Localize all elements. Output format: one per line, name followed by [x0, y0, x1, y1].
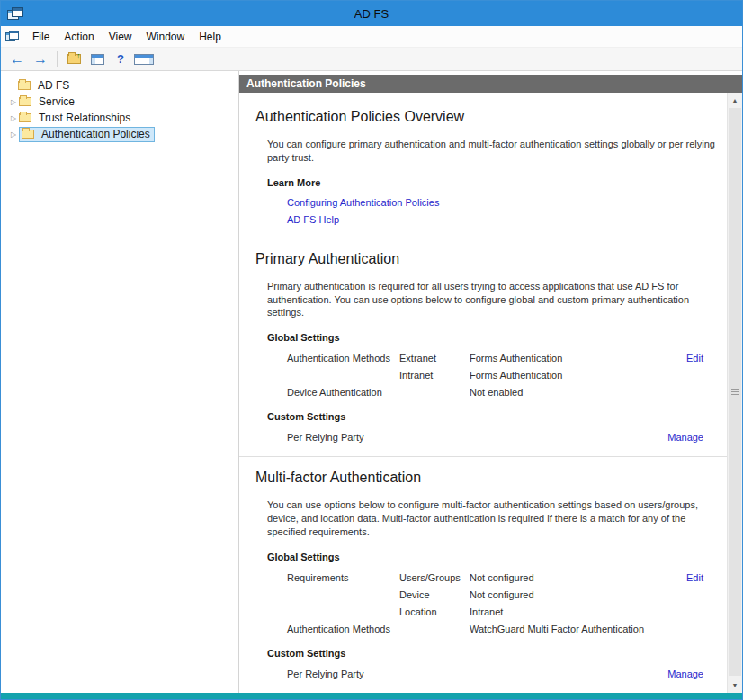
row-value: Forms Authentication [470, 369, 686, 381]
show-action-pane-button[interactable] [133, 49, 155, 69]
mfa-description: You can use options below to configure m… [267, 498, 720, 539]
expander-icon[interactable]: ▷ [8, 114, 19, 122]
folder-up-icon [67, 54, 81, 64]
primary-authentication-title: Primary Authentication [255, 251, 720, 267]
overview-description: You can configure primary authentication… [267, 138, 720, 165]
action-pane-icon [134, 54, 154, 65]
show-console-tree-button[interactable] [86, 49, 108, 69]
menu-window[interactable]: Window [139, 28, 192, 46]
section-divider [239, 456, 727, 457]
row-label [287, 606, 399, 618]
window-title: AD FS [1, 7, 742, 21]
toolbar: ← → ? [1, 48, 742, 71]
console-tree-icon [91, 54, 104, 65]
primary-edit-link[interactable]: Edit [686, 352, 703, 364]
row-label: Per Relying Party [287, 431, 399, 444]
mfa-edit-link[interactable]: Edit [686, 571, 703, 584]
menu-help[interactable]: Help [192, 28, 228, 46]
results-pane-title: Authentication Policies [246, 77, 366, 90]
folder-icon [18, 81, 31, 90]
mfa-custom-settings-table: Per Relying Party Manage [287, 668, 720, 680]
menu-file[interactable]: File [25, 28, 57, 46]
expander-icon[interactable]: ▷ [8, 98, 19, 106]
menu-action[interactable]: Action [57, 28, 101, 46]
row-label [287, 369, 399, 381]
row-label: Device Authentication [287, 386, 399, 399]
row-key [399, 623, 470, 635]
row-label: Requirements [287, 571, 399, 584]
scrollbar-grip-icon [731, 389, 739, 396]
mfa-global-settings-table: Requirements Users/Groups Not configured… [287, 571, 720, 635]
results-content: Authentication Policies Overview You can… [239, 93, 727, 693]
tree-node-trust-relationships[interactable]: ▷ Trust Relationships [1, 110, 238, 126]
title-bar: AD FS [1, 1, 742, 26]
menu-bar: File Action View Window Help [1, 26, 742, 48]
overview-title: Authentication Policies Overview [255, 109, 720, 125]
forward-icon: → [33, 52, 48, 67]
row-key: Location [399, 606, 470, 618]
primary-custom-settings-heading: Custom Settings [267, 411, 720, 422]
learn-more-heading: Learn More [267, 177, 720, 188]
row-key: Device [399, 588, 470, 601]
scrollbar-thumb[interactable] [729, 108, 741, 676]
primary-global-settings-heading: Global Settings [267, 332, 720, 343]
row-key [399, 386, 470, 399]
configuring-authentication-policies-link[interactable]: Configuring Authentication Policies [287, 197, 720, 208]
row-label: Authentication Methods [287, 352, 399, 364]
row-label [287, 588, 399, 601]
mfa-title: Multi-factor Authentication [255, 470, 720, 486]
main-area: AD FS ▷ Service ▷ Trust Relationships ▷ … [1, 71, 742, 693]
row-key: Users/Groups [399, 571, 470, 584]
row-value: Forms Authentication [470, 352, 686, 364]
mfa-custom-settings-heading: Custom Settings [267, 648, 720, 659]
row-value: WatchGuard Multi Factor Authentication [470, 623, 686, 635]
folder-icon [19, 113, 31, 122]
window-bottom-border [1, 693, 742, 699]
results-pane-header: Authentication Policies [239, 75, 742, 93]
forward-button[interactable]: → [30, 49, 51, 69]
primary-manage-link[interactable]: Manage [667, 431, 703, 444]
tree-node-label: Authentication Policies [39, 128, 153, 141]
folder-icon [22, 130, 34, 139]
row-key: Intranet [399, 369, 470, 381]
row-value: Intranet [470, 606, 686, 618]
vertical-scrollbar[interactable]: ▲ ▼ [727, 93, 742, 693]
section-divider [239, 238, 727, 238]
results-pane: Authentication Policies Authentication P… [239, 71, 742, 693]
tree-node-label: AD FS [35, 79, 72, 93]
tree-node-label: Service [36, 95, 77, 109]
row-value: Not configured [470, 588, 686, 601]
help-button[interactable]: ? [110, 49, 131, 69]
selected-tree-node: Authentication Policies [19, 127, 155, 142]
tree-node-adfs[interactable]: AD FS [1, 77, 238, 94]
tree-node-authentication-policies[interactable]: ▷ Authentication Policies [1, 126, 238, 142]
mfa-manage-link[interactable]: Manage [667, 668, 703, 680]
mfa-global-settings-heading: Global Settings [267, 552, 720, 562]
back-button[interactable]: ← [6, 49, 28, 69]
adfs-management-window: AD FS File Action View Window Help ← → ? [0, 0, 743, 700]
primary-authentication-description: Primary authentication is required for a… [267, 280, 720, 320]
help-icon: ? [117, 52, 124, 66]
row-value: Not configured [470, 571, 686, 584]
console-tree: AD FS ▷ Service ▷ Trust Relationships ▷ … [1, 71, 239, 693]
toolbar-separator [57, 51, 58, 67]
primary-global-settings-table: Authentication Methods Extranet Forms Au… [287, 352, 720, 399]
primary-custom-settings-table: Per Relying Party Manage [287, 431, 720, 444]
row-key: Extranet [399, 352, 470, 364]
folder-icon [19, 97, 31, 106]
scrollbar-track[interactable] [728, 108, 742, 678]
folder-up-button[interactable] [63, 49, 85, 69]
console-icon[interactable] [5, 31, 20, 42]
scroll-down-icon[interactable]: ▼ [728, 678, 742, 693]
expander-icon[interactable]: ▷ [8, 130, 19, 139]
row-value: Not enabled [470, 386, 686, 399]
row-label: Authentication Methods [287, 623, 399, 635]
tree-node-service[interactable]: ▷ Service [1, 94, 238, 110]
scroll-up-icon[interactable]: ▲ [728, 93, 742, 108]
adfs-help-link[interactable]: AD FS Help [287, 214, 720, 225]
row-label: Per Relying Party [287, 668, 399, 680]
back-icon: ← [10, 52, 24, 67]
tree-node-label: Trust Relationships [36, 112, 133, 125]
menu-view[interactable]: View [102, 28, 139, 46]
